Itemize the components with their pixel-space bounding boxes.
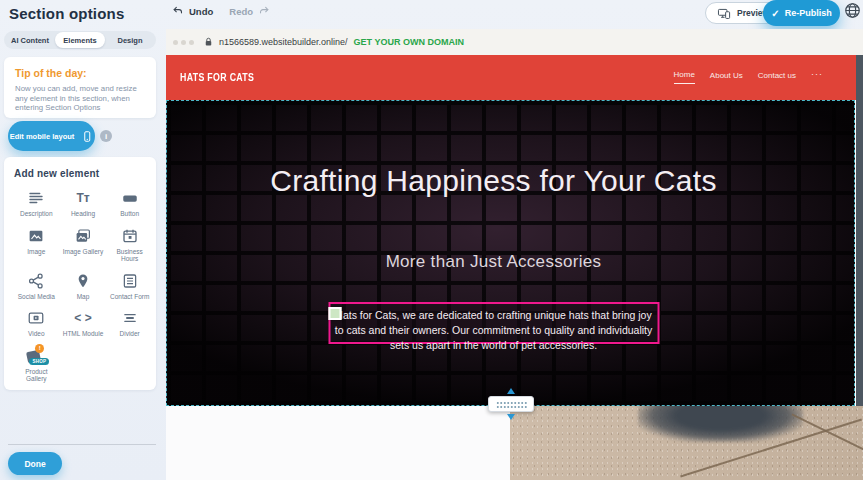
grip-dots-icon bbox=[496, 401, 528, 409]
element-item-label: Image Gallery bbox=[61, 248, 105, 256]
nav-more-menu[interactable]: ··· bbox=[811, 69, 823, 85]
resize-down-arrow-icon bbox=[507, 414, 515, 420]
element-item-label: Product Gallery bbox=[14, 368, 58, 383]
element-item-divider[interactable]: Divider bbox=[107, 309, 152, 338]
social-media-icon bbox=[27, 272, 45, 290]
image-gallery-icon bbox=[74, 227, 92, 245]
element-grid: DescriptionTтHeadingButtonImageImage Gal… bbox=[14, 189, 152, 383]
browser-bar: n1566589.websitebuilder.online/ GET YOUR… bbox=[166, 29, 863, 55]
add-element-title: Add new element bbox=[14, 168, 152, 179]
product-gallery-icon: !SHOP bbox=[26, 347, 46, 365]
app-window: Section options Undo Redo Preview ✓ Re-P… bbox=[0, 0, 863, 480]
element-item-html-module[interactable]: < >HTML Module bbox=[61, 309, 106, 338]
edit-mobile-label: Edit mobile layout bbox=[10, 132, 75, 141]
lock-icon bbox=[203, 36, 214, 48]
element-item-image[interactable]: Image bbox=[14, 227, 59, 263]
section-resize-handle[interactable] bbox=[488, 396, 534, 412]
notification-badge: ! bbox=[35, 344, 44, 353]
element-item-button[interactable]: Button bbox=[107, 189, 152, 218]
element-item-description[interactable]: Description bbox=[14, 189, 59, 218]
element-item-map[interactable]: Map bbox=[61, 272, 106, 301]
element-item-label: Contact Form bbox=[108, 293, 152, 301]
nav-item-about-us[interactable]: About Us bbox=[710, 71, 743, 84]
hero-content: Crafting Happiness for Your Cats More th… bbox=[167, 101, 820, 405]
next-section-background bbox=[166, 406, 510, 480]
tab-ai-content[interactable]: AI Content bbox=[5, 32, 55, 48]
shadow-blob bbox=[638, 406, 803, 442]
hero-paragraph-box[interactable]: Hats for Cats, we are dedicated to craft… bbox=[328, 302, 659, 344]
hero-section[interactable]: Crafting Happiness for Your Cats More th… bbox=[166, 100, 855, 406]
sidebar-divider bbox=[8, 444, 156, 445]
heading-icon: Tт bbox=[76, 189, 89, 207]
contact-form-icon bbox=[121, 272, 139, 290]
description-icon bbox=[27, 189, 45, 207]
devices-icon bbox=[717, 7, 731, 20]
site-nav: HomeAbout UsContact us··· bbox=[674, 69, 824, 85]
element-item-product-gallery[interactable]: !SHOPProduct Gallery bbox=[14, 347, 59, 383]
element-drag-handle[interactable] bbox=[328, 307, 341, 320]
redo-label: Redo bbox=[229, 6, 253, 17]
info-icon[interactable]: i bbox=[100, 130, 112, 142]
element-item-label: Heading bbox=[61, 210, 105, 218]
shop-badge: SHOP bbox=[29, 358, 49, 365]
phone-icon bbox=[81, 129, 93, 144]
element-item-label: Divider bbox=[108, 330, 152, 338]
element-item-label: HTML Module bbox=[61, 330, 105, 338]
element-item-label: Social Media bbox=[14, 293, 58, 301]
check-icon: ✓ bbox=[771, 8, 779, 19]
preview-scrollbar[interactable] bbox=[856, 55, 863, 406]
image-icon bbox=[27, 227, 45, 245]
redo-button[interactable]: Redo bbox=[229, 5, 270, 18]
site-logo[interactable]: HATS FOR CATS bbox=[180, 71, 254, 83]
nav-item-home[interactable]: Home bbox=[674, 70, 695, 84]
element-item-contact-form[interactable]: Contact Form bbox=[107, 272, 152, 301]
get-domain-link[interactable]: GET YOUR OWN DOMAIN bbox=[354, 37, 464, 47]
button-icon bbox=[121, 189, 139, 207]
element-item-label: Business Hours bbox=[108, 248, 152, 263]
tip-title: Tip of the day: bbox=[15, 67, 145, 79]
element-item-label: Description bbox=[14, 210, 58, 218]
element-item-business-hours[interactable]: Business Hours bbox=[107, 227, 152, 263]
tip-card: Tip of the day: Now you can add, move an… bbox=[4, 57, 156, 118]
hero-subheading[interactable]: More than Just Accessories bbox=[167, 252, 820, 272]
undo-icon bbox=[172, 5, 185, 18]
language-globe-button[interactable] bbox=[841, 1, 863, 23]
edit-mobile-layout-button[interactable]: Edit mobile layout bbox=[8, 121, 95, 151]
site-preview: n1566589.websitebuilder.online/ GET YOUR… bbox=[166, 29, 863, 480]
globe-icon bbox=[843, 1, 862, 20]
done-button[interactable]: Done bbox=[8, 452, 62, 475]
hero-paragraph: Hats for Cats, we are dedicated to craft… bbox=[330, 308, 657, 353]
tab-design[interactable]: Design bbox=[105, 32, 155, 48]
map-icon bbox=[74, 272, 92, 290]
tab-elements[interactable]: Elements bbox=[55, 32, 105, 48]
site-url[interactable]: n1566589.websitebuilder.online/ bbox=[219, 37, 348, 47]
add-element-panel: Add new element DescriptionTтHeadingButt… bbox=[4, 157, 156, 390]
next-section-image bbox=[510, 406, 863, 480]
hero-heading[interactable]: Crafting Happiness for Your Cats bbox=[167, 161, 820, 201]
page-title: Section options bbox=[9, 5, 125, 22]
republish-label: Re-Publish bbox=[785, 8, 832, 18]
resize-up-arrow-icon bbox=[507, 388, 515, 394]
business-hours-icon bbox=[121, 227, 139, 245]
tip-body: Now you can add, move and resize any ele… bbox=[15, 84, 145, 113]
video-icon bbox=[27, 309, 45, 327]
element-item-label: Button bbox=[108, 210, 152, 218]
html-module-icon: < > bbox=[74, 309, 91, 327]
site-header: HATS FOR CATS HomeAbout UsContact us··· bbox=[166, 55, 863, 100]
element-item-label: Image bbox=[14, 248, 58, 256]
history-controls: Undo Redo bbox=[172, 5, 270, 18]
sidebar-tabs: AI ContentElementsDesign bbox=[4, 31, 156, 49]
nav-item-contact-us[interactable]: Contact us bbox=[758, 71, 796, 84]
element-item-social-media[interactable]: Social Media bbox=[14, 272, 59, 301]
window-dots-icon bbox=[173, 40, 194, 45]
undo-label: Undo bbox=[189, 6, 213, 17]
divider-icon bbox=[121, 309, 139, 327]
republish-button[interactable]: ✓ Re-Publish bbox=[763, 0, 840, 26]
element-item-label: Map bbox=[61, 293, 105, 301]
element-item-label: Video bbox=[14, 330, 58, 338]
element-item-video[interactable]: Video bbox=[14, 309, 59, 338]
undo-button[interactable]: Undo bbox=[172, 5, 213, 18]
element-item-image-gallery[interactable]: Image Gallery bbox=[61, 227, 106, 263]
redo-icon bbox=[257, 5, 270, 18]
element-item-heading[interactable]: TтHeading bbox=[61, 189, 106, 218]
